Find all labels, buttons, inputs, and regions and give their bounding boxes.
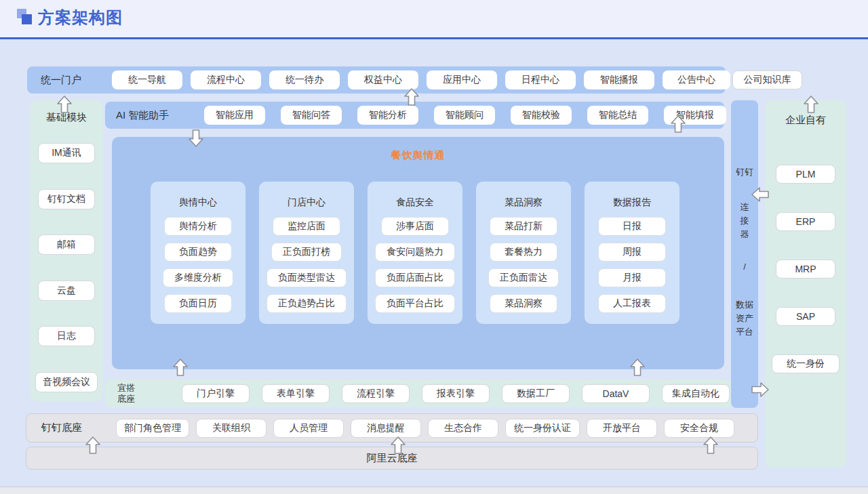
solution-column: 菜品洞察 菜品打新 套餐热力 正负面雷达 菜品洞察 <box>476 182 571 324</box>
solution-column-title: 菜品洞察 <box>505 197 542 210</box>
arrow-up-icon <box>404 88 419 106</box>
yida-base-strip: 宜搭 底座 门户引擎 表单引擎 流程引擎 报表引擎 数据工厂 DataV 集成自… <box>105 379 732 408</box>
arrow-up-icon <box>804 96 818 113</box>
solution-node: 菜品打新 <box>490 217 557 236</box>
dingtalk-base-label: 钉钉底座 <box>41 421 109 434</box>
solution-node: 菜品洞察 <box>490 294 557 313</box>
solution-node: 正负面雷达 <box>488 268 559 287</box>
dingtalk-node: 消息提醒 <box>351 419 421 438</box>
portal-node: 公告中心 <box>663 70 730 89</box>
enterprise-node: SAP <box>776 307 835 326</box>
dingtalk-node: 关联组织 <box>196 419 267 438</box>
connector-label: / <box>743 260 746 274</box>
solution-node: 周报 <box>598 243 666 262</box>
portal-node: 统一导航 <box>112 70 182 89</box>
page-header: 方案架构图 <box>0 0 868 39</box>
base-modules-panel: 基础模块 IM通讯 钉钉文档 邮箱 云盘 日志 音视频会议 <box>30 100 103 401</box>
arrow-up-icon <box>391 436 406 454</box>
enterprise-node: ERP <box>776 212 835 231</box>
dingtalk-node: 人员管理 <box>273 419 344 438</box>
solution-node: 多维度分析 <box>163 268 233 287</box>
ai-node: 智能应用 <box>204 106 265 125</box>
enterprise-panel: 企业自有 PLM ERP MRP SAP 统一身份 <box>765 100 846 468</box>
module-node: 云盘 <box>38 281 95 301</box>
module-node: 日志 <box>38 326 95 346</box>
arrow-down-icon <box>189 129 203 147</box>
solution-node: 套餐热力 <box>490 243 557 262</box>
solution-title: 餐饮舆情通 <box>112 149 724 162</box>
portal-node: 统一待办 <box>269 70 340 89</box>
arrow-up-icon <box>671 115 686 133</box>
solution-node: 监控店面 <box>273 217 340 236</box>
solution-node: 负面店面占比 <box>375 268 455 287</box>
base-modules-list: IM通讯 钉钉文档 邮箱 云盘 日志 音视频会议 <box>30 124 103 401</box>
bottom-strip <box>0 487 868 494</box>
dingtalk-node: 生态合作 <box>428 419 498 438</box>
module-node: 音视频会议 <box>35 372 98 392</box>
ai-assistant-label: AI 智能助手 <box>116 109 189 122</box>
module-node: 钉钉文档 <box>38 189 95 209</box>
solution-node: 食安问题热力 <box>375 243 455 262</box>
solution-column: 数据报告 日报 周报 月报 人工报表 <box>585 182 679 324</box>
unified-portal-label: 统一门户 <box>41 74 104 87</box>
company-knowledge-node: 公司知识库 <box>732 70 802 89</box>
arrow-up-icon <box>57 96 72 113</box>
connector-label: 接 <box>741 214 749 228</box>
portal-node: 权益中心 <box>348 70 418 89</box>
connector-label: 数据 <box>736 298 753 312</box>
arrow-left-icon <box>751 187 769 202</box>
dingtalk-node: 开放平台 <box>587 419 657 438</box>
ai-node: 智能总结 <box>587 106 648 125</box>
portal-node: 日程中心 <box>505 70 576 89</box>
connector-label: 钉钉 <box>736 165 753 179</box>
connector-label: 器 <box>741 228 749 241</box>
diagram-canvas: 统一门户 统一导航 流程中心 统一待办 权益中心 应用中心 日程中心 智能播报 … <box>0 39 868 487</box>
solution-node: 负面日历 <box>164 294 232 313</box>
yida-base-label: 宜搭 底座 <box>117 383 170 405</box>
portal-node: 流程中心 <box>191 70 261 89</box>
arrow-up-icon <box>85 436 100 454</box>
arrow-up-icon <box>173 358 188 376</box>
enterprise-node: MRP <box>776 260 835 279</box>
solution-node: 日报 <box>598 217 666 236</box>
enterprise-node: 统一身份 <box>772 354 840 373</box>
solution-column: 门店中心 监控店面 正负面打榜 负面类型雷达 正负趋势占比 <box>259 182 354 324</box>
solution-node: 涉事店面 <box>381 217 449 236</box>
dingtalk-node: 安全合规 <box>664 419 734 438</box>
page-title: 方案架构图 <box>38 7 123 28</box>
solution-column-title: 食品安全 <box>396 197 434 210</box>
portal-node: 智能播报 <box>584 70 654 89</box>
solution-column-title: 门店中心 <box>288 197 326 210</box>
solution-column-title: 数据报告 <box>613 197 651 210</box>
enterprise-node: PLM <box>776 165 835 184</box>
solution-node: 负面平台占比 <box>375 294 455 313</box>
connector-label: 连 <box>741 201 749 214</box>
solution-node: 正负面打榜 <box>271 243 342 262</box>
module-node: 邮箱 <box>38 234 95 255</box>
arrow-up-icon <box>703 436 718 454</box>
yida-node: 流程引擎 <box>342 384 410 403</box>
ai-node: 智能问答 <box>281 106 342 125</box>
dingtalk-connector-strip: 钉钉 连 接 器 / 数据 资产 平台 <box>731 100 758 408</box>
connector-label: 资产 <box>736 312 753 325</box>
architecture-page: 方案架构图 统一门户 统一导航 流程中心 统一待办 权益中心 应用中心 日程中心… <box>0 0 868 494</box>
title-squares-icon <box>17 9 33 26</box>
yida-node: 表单引擎 <box>262 384 330 403</box>
arrow-up-icon <box>630 358 645 376</box>
yida-node: 集成自动化 <box>662 384 730 403</box>
yida-node: 报表引擎 <box>422 384 490 403</box>
dingtalk-node: 部门角色管理 <box>116 419 189 438</box>
solution-column: 舆情中心 舆情分析 负面趋势 多维度分析 负面日历 <box>151 182 245 324</box>
solution-column-title: 舆情中心 <box>179 197 217 210</box>
connector-label: 平台 <box>736 325 753 339</box>
solution-box: 餐饮舆情通 舆情中心 舆情分析 负面趋势 多维度分析 负面日历 门店中心 监控店… <box>112 137 724 369</box>
dingtalk-node: 统一身份认证 <box>505 419 580 438</box>
portal-node: 应用中心 <box>427 70 497 89</box>
yida-node: 门户引擎 <box>182 384 250 403</box>
ai-assistant-strip: AI 智能助手 智能应用 智能问答 智能分析 智能顾问 智能校验 智能总结 智能… <box>105 102 724 129</box>
solution-columns: 舆情中心 舆情分析 负面趋势 多维度分析 负面日历 门店中心 监控店面 正负面打… <box>151 182 679 324</box>
module-node: IM通讯 <box>38 143 95 163</box>
yida-node: DataV <box>582 384 650 403</box>
solution-node: 舆情分析 <box>164 217 232 236</box>
solution-node: 负面趋势 <box>164 243 232 262</box>
